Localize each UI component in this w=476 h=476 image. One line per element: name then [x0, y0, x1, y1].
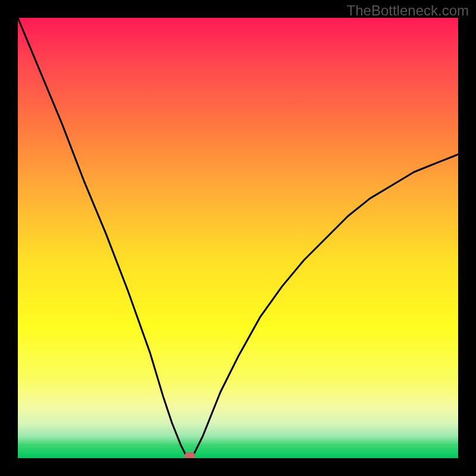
- bottleneck-curve-svg: [18, 18, 458, 458]
- watermark-label: TheBottleneck.com: [347, 2, 469, 19]
- bottleneck-marker-icon: [184, 452, 195, 458]
- chart-frame: TheBottleneck.com: [0, 0, 476, 476]
- bottleneck-curve: [18, 18, 458, 458]
- plot-area: [18, 18, 458, 458]
